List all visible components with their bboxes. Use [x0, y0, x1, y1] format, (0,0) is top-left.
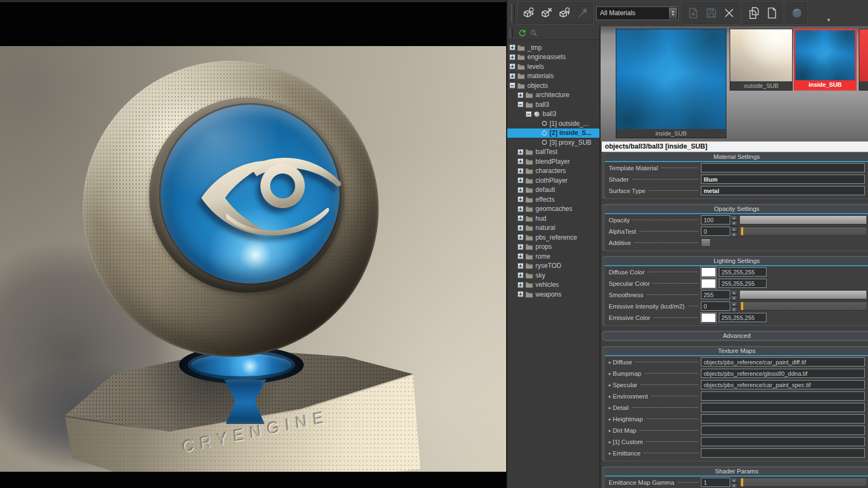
- alphatest-slider[interactable]: [740, 227, 866, 236]
- toolbar-grip[interactable]: [511, 4, 515, 22]
- tree-expander-toggle[interactable]: +: [518, 187, 524, 193]
- tree-expander-toggle[interactable]: +: [518, 158, 524, 164]
- tree-expander-toggle[interactable]: +: [509, 73, 515, 79]
- thumbnail-partial[interactable]: [859, 29, 868, 91]
- tree-expander-toggle[interactable]: +: [518, 92, 524, 98]
- tree-item-default[interactable]: +default: [507, 185, 599, 195]
- tree-item-vehicles[interactable]: +vehicles: [507, 280, 599, 290]
- tree-item-natural[interactable]: +natural: [507, 223, 599, 233]
- tree-expander-toggle[interactable]: −: [518, 101, 524, 107]
- expander-arrow-icon[interactable]: ▸: [609, 405, 611, 410]
- get-material-from-selection-icon[interactable]: [556, 4, 573, 22]
- assign-material-to-selection-icon[interactable]: [520, 4, 538, 22]
- emittance-map-gamma-slider[interactable]: [740, 478, 866, 487]
- emittance-map-gamma-value[interactable]: 1: [701, 478, 730, 487]
- spinner-arrows[interactable]: ▴▾: [731, 290, 737, 299]
- bumpmap-field[interactable]: objects/pbs_reference/gloss80_ddna.tif: [701, 369, 865, 378]
- smoothness-value[interactable]: 255: [701, 290, 730, 299]
- shader-field[interactable]: Illum: [701, 175, 865, 184]
- tree-item-1-outside[interactable]: [1] outside_...: [507, 119, 599, 129]
- specular-field[interactable]: objects/pbs_reference/car_paint_spec.tif: [701, 380, 865, 389]
- tree-item-sky[interactable]: +sky: [507, 271, 599, 280]
- tree-expander-toggle[interactable]: −: [526, 111, 532, 117]
- tree-expander-toggle[interactable]: −: [509, 82, 515, 88]
- template-material-field[interactable]: [701, 163, 865, 172]
- tree-expander-toggle[interactable]: +: [518, 244, 524, 250]
- smoothness-slider[interactable]: [740, 290, 866, 299]
- diffuse-color-swatch[interactable]: [701, 267, 716, 277]
- tree-expander-toggle[interactable]: +: [509, 63, 515, 69]
- tree-item-ball3[interactable]: −ball3: [507, 110, 599, 119]
- expander-arrow-icon[interactable]: ▸: [609, 439, 611, 445]
- expander-arrow-icon[interactable]: ▸: [609, 371, 611, 376]
- slider-handle[interactable]: [741, 302, 743, 310]
- more-dropdown-arrow-icon[interactable]: ▼: [826, 17, 831, 23]
- material-preview-sphere-icon[interactable]: [788, 4, 806, 22]
- tree-expander-toggle[interactable]: +: [518, 177, 524, 183]
- section-header-lighting-settings[interactable]: Lighting Settings: [605, 256, 868, 266]
- reset-material-on-selection-icon[interactable]: [538, 4, 556, 22]
- dirt-map-field[interactable]: [701, 426, 865, 435]
- add-new-item-icon[interactable]: [684, 4, 702, 22]
- emissive-intensity-kcd-m2-slider[interactable]: [740, 301, 866, 311]
- tree-item-3-proxy-sub[interactable]: [3] proxy_SUB: [507, 138, 599, 147]
- tree-item-weapons[interactable]: +weapons: [507, 290, 599, 299]
- emissive-intensity-kcd-m2-value[interactable]: 0: [701, 301, 730, 311]
- tree-expander-toggle[interactable]: +: [509, 44, 515, 50]
- tree-item-clothplayer[interactable]: +clothPlayer: [507, 176, 599, 185]
- spinner-arrows[interactable]: ▴▾: [731, 215, 737, 224]
- opacity-slider[interactable]: [740, 215, 866, 224]
- emissive-color-value[interactable]: 255,255,255: [719, 313, 767, 322]
- emissive-color-swatch[interactable]: [701, 313, 716, 323]
- tree-item-rysetod[interactable]: +ryseTOD: [507, 261, 599, 271]
- tree-item-characters[interactable]: +characters: [507, 166, 599, 176]
- section-header-material-settings[interactable]: Material Settings: [605, 152, 868, 162]
- spinner-arrows[interactable]: ▴▾: [731, 301, 737, 311]
- copy-material-icon[interactable]: [745, 4, 763, 22]
- tree-expander-toggle[interactable]: +: [518, 196, 524, 202]
- tree-expander-toggle[interactable]: +: [518, 272, 524, 278]
- tree-expander-toggle[interactable]: +: [518, 282, 524, 288]
- tree-expander-toggle[interactable]: +: [518, 225, 524, 231]
- expander-arrow-icon[interactable]: ▸: [609, 382, 611, 388]
- detail-field[interactable]: [701, 403, 865, 412]
- tree-expander-toggle[interactable]: +: [518, 234, 524, 240]
- tree-item-geomcaches[interactable]: +geomcaches: [507, 204, 599, 214]
- specular-color-swatch[interactable]: [701, 279, 716, 288]
- opacity-value[interactable]: 100: [701, 215, 730, 224]
- additive-checkbox[interactable]: [701, 239, 711, 247]
- tree-expander-toggle[interactable]: +: [518, 149, 524, 155]
- tree-item-effects[interactable]: +effects: [507, 195, 599, 204]
- tree-item-pbs-reference[interactable]: +pbs_reference: [507, 233, 599, 242]
- dropdown-spinner-icon[interactable]: ▲▼: [668, 7, 678, 20]
- paste-material-icon[interactable]: [763, 4, 781, 22]
- tree-item-architecture[interactable]: +architecture: [507, 91, 599, 100]
- tree-item-levels[interactable]: +levels: [507, 62, 599, 72]
- specular-color-value[interactable]: 255,255,255: [719, 279, 767, 288]
- preview-thumbnail-large[interactable]: inside_SUB: [616, 29, 726, 138]
- tree-item-materials[interactable]: +materials: [507, 72, 599, 81]
- tree-expander-toggle[interactable]: +: [518, 253, 524, 259]
- search-icon[interactable]: [528, 28, 540, 38]
- diffuse-field[interactable]: objects/pbs_reference/car_paint_diff.tif: [701, 357, 865, 367]
- tree-item-2-inside-s[interactable]: [2] inside_S...: [507, 129, 599, 138]
- expander-arrow-icon[interactable]: ▸: [609, 416, 611, 422]
- tree-item-props[interactable]: +props: [507, 242, 599, 252]
- thumbnail-outside-sub[interactable]: outside_SUB: [730, 29, 793, 91]
- tree-item-engineassets[interactable]: +engineassets: [507, 53, 599, 62]
- section-header-shader-params[interactable]: Shader Params: [605, 467, 868, 477]
- tree-expander-toggle[interactable]: +: [518, 206, 524, 212]
- 3d-viewport[interactable]: CRYENGINE: [0, 0, 506, 488]
- 1-custom-field[interactable]: [701, 437, 865, 446]
- slider-handle[interactable]: [741, 478, 743, 486]
- tree-item-ball3[interactable]: −ball3: [507, 100, 599, 110]
- tree-item-tmp[interactable]: +_tmp: [507, 43, 599, 53]
- refresh-icon[interactable]: [516, 28, 528, 38]
- environment-field[interactable]: [701, 391, 865, 401]
- emittance-field[interactable]: [701, 448, 865, 458]
- thumbnail-inside-sub-selected[interactable]: inside_SUB: [794, 29, 857, 91]
- expander-arrow-icon[interactable]: ▸: [609, 394, 611, 399]
- expander-arrow-icon[interactable]: ▸: [609, 451, 611, 456]
- tree-item-rome[interactable]: +rome: [507, 252, 599, 261]
- render-area[interactable]: CRYENGINE: [0, 46, 506, 472]
